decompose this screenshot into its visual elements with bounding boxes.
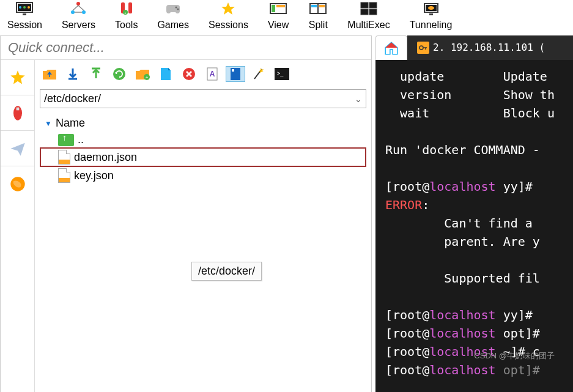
svg-point-4 — [23, 6, 26, 9]
toolbar-label: Games — [157, 20, 189, 31]
folder-up-icon — [58, 134, 74, 146]
toolbar-split[interactable]: Split — [308, 0, 328, 31]
path-tooltip: /etc/docker/ — [191, 262, 262, 281]
download-button[interactable] — [63, 66, 83, 82]
sessions-icon — [218, 0, 238, 18]
svg-point-6 — [76, 2, 80, 6]
parent-folder[interactable]: .. — [40, 132, 366, 147]
folder-up-button[interactable] — [40, 66, 59, 82]
key-icon — [417, 42, 429, 54]
svg-point-7 — [71, 10, 75, 14]
svg-line-9 — [73, 6, 78, 10]
path-input[interactable] — [40, 90, 351, 108]
toolbar-games[interactable]: Games — [157, 0, 189, 31]
tools-icon: + — [117, 0, 136, 18]
svg-rect-2 — [23, 13, 26, 15]
quick-connect-bar — [1, 36, 371, 60]
svg-point-5 — [28, 6, 30, 9]
svg-rect-25 — [361, 2, 368, 8]
tab-bar: 2. 192.168.11.101 ( — [375, 35, 573, 60]
servers-icon — [68, 0, 88, 18]
svg-point-16 — [176, 7, 177, 9]
tab-terminal[interactable]: 2. 192.168.11.101 ( — [407, 35, 573, 60]
column-name: Name — [56, 117, 85, 130]
svg-rect-28 — [369, 9, 377, 15]
toolbar-label: Tools — [115, 20, 138, 31]
collapse-icon: ▼ — [45, 119, 52, 128]
tab-home[interactable] — [375, 35, 407, 60]
side-tab-favorites[interactable] — [1, 60, 34, 95]
path-dropdown[interactable]: ⌄ — [351, 94, 366, 104]
file-item[interactable]: daemon.json — [40, 147, 366, 167]
svg-rect-13 — [128, 2, 132, 13]
svg-rect-49 — [232, 69, 234, 72]
side-tab-sftp[interactable] — [1, 166, 34, 202]
globe-icon — [9, 176, 26, 193]
toolbar-servers[interactable]: Servers — [62, 0, 95, 31]
file-name: daemon.json — [74, 151, 137, 164]
svg-rect-32 — [429, 13, 433, 15]
file-icon — [58, 150, 70, 165]
svg-rect-20 — [276, 5, 285, 7]
quick-connect-input[interactable] — [8, 40, 364, 56]
new-folder-button[interactable]: + — [133, 66, 152, 82]
svg-point-17 — [177, 9, 179, 10]
terminal-output[interactable]: update Update version Show th wait Block… — [375, 60, 573, 392]
tab-label: 2. 192.168.11.101 ( — [433, 40, 545, 55]
toolbar-label: MultiExec — [347, 20, 390, 31]
main-area: + A >_ ⌄ ▼ Name — [0, 35, 573, 392]
svg-text:A: A — [210, 70, 215, 78]
parent-label: .. — [78, 133, 84, 146]
delete-button[interactable] — [179, 66, 199, 82]
svg-text:+: + — [124, 11, 127, 15]
watermark: CSDN @牛奶味的团子 — [474, 350, 555, 361]
star-icon — [9, 69, 26, 86]
toolbar-sessions[interactable]: Sessions — [209, 0, 248, 31]
side-tab-tools[interactable] — [1, 95, 34, 131]
side-tabs — [1, 60, 35, 392]
paperplane-icon — [9, 140, 26, 157]
svg-point-3 — [19, 6, 21, 9]
multiexec-icon — [359, 0, 379, 18]
knife-icon — [9, 105, 26, 122]
home-icon — [383, 40, 399, 56]
edit-button[interactable]: A — [202, 66, 222, 82]
svg-line-10 — [78, 6, 84, 10]
svg-rect-27 — [361, 9, 368, 15]
right-panel: 2. 192.168.11.101 ( update Update versio… — [375, 35, 573, 392]
toolbar-session[interactable]: Session — [7, 0, 42, 31]
svg-point-31 — [428, 6, 434, 10]
svg-text:>_: >_ — [277, 70, 284, 76]
toolbar-label: Tunneling — [410, 20, 453, 31]
wizard-button[interactable] — [249, 66, 268, 82]
toolbar-tools[interactable]: + Tools — [115, 0, 138, 31]
terminal-button[interactable]: >_ — [272, 66, 292, 82]
new-file-button[interactable] — [156, 66, 176, 82]
svg-rect-23 — [311, 5, 317, 7]
games-icon — [163, 0, 183, 18]
tree-header[interactable]: ▼ Name — [40, 114, 366, 132]
left-panel: + A >_ ⌄ ▼ Name — [0, 35, 372, 392]
toolbar-label: Sessions — [209, 20, 248, 31]
refresh-button[interactable] — [109, 66, 129, 82]
svg-text:+: + — [146, 75, 149, 80]
toolbar-multiexec[interactable]: MultiExec — [347, 0, 390, 31]
toolbar-tunneling[interactable]: Tunneling — [410, 0, 453, 31]
session-icon — [15, 0, 34, 18]
toolbar-label: Split — [309, 20, 328, 31]
file-item[interactable]: key.json — [40, 167, 366, 184]
toolbar-label: View — [268, 20, 289, 31]
svg-point-40 — [113, 68, 125, 80]
toolbar-view[interactable]: View — [268, 0, 289, 31]
upload-button[interactable] — [86, 66, 106, 82]
side-tab-macros[interactable] — [1, 131, 34, 166]
svg-rect-24 — [319, 5, 325, 7]
toolbar-label: Session — [7, 20, 42, 31]
file-tree: ▼ Name .. daemon.json key.json — [35, 109, 371, 392]
file-browser: + A >_ ⌄ ▼ Name — [35, 60, 371, 392]
split-icon — [308, 0, 328, 18]
properties-button[interactable] — [226, 66, 245, 82]
file-toolbar: + A >_ — [35, 60, 371, 88]
file-icon — [58, 168, 70, 183]
svg-point-8 — [82, 10, 86, 14]
